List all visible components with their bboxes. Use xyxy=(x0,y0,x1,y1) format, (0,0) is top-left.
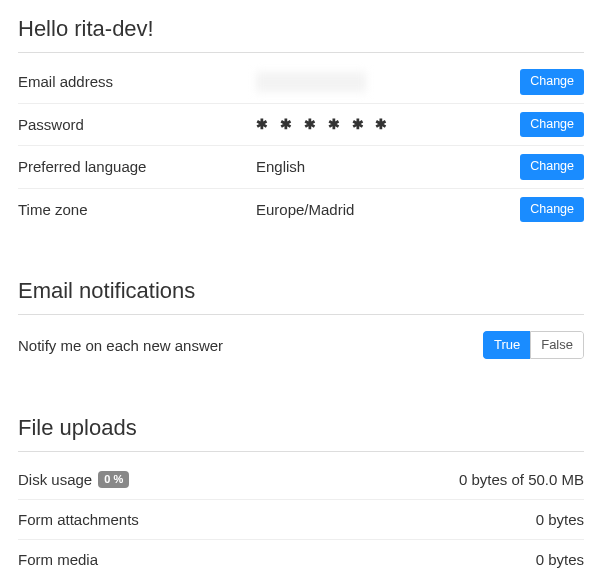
change-email-button[interactable]: Change xyxy=(520,69,584,95)
notify-new-answer-toggle: True False xyxy=(483,331,584,359)
row-notify-new-answer: Notify me on each new answer True False xyxy=(18,323,584,367)
language-label: Preferred language xyxy=(18,158,248,175)
email-label: Email address xyxy=(18,73,248,90)
row-password: Password ✱ ✱ ✱ ✱ ✱ ✱ Change xyxy=(18,104,584,147)
row-email: Email address Change xyxy=(18,61,584,104)
uploads-heading: File uploads xyxy=(18,415,584,452)
row-disk-usage: Disk usage 0 % 0 bytes of 50.0 MB xyxy=(18,460,584,500)
password-label: Password xyxy=(18,116,248,133)
account-section: Hello rita-dev! Email address Change Pas… xyxy=(18,16,584,230)
change-language-button[interactable]: Change xyxy=(520,154,584,180)
row-timezone: Time zone Europe/Madrid Change xyxy=(18,189,584,231)
disk-usage-label: Disk usage 0 % xyxy=(18,471,248,488)
disk-usage-badge: 0 % xyxy=(98,471,129,488)
row-media: Form media 0 bytes xyxy=(18,540,584,570)
email-value xyxy=(256,72,366,92)
attachments-label: Form attachments xyxy=(18,511,248,528)
page-greeting: Hello rita-dev! xyxy=(18,16,584,53)
language-value: English xyxy=(256,158,512,175)
timezone-label: Time zone xyxy=(18,201,248,218)
timezone-value: Europe/Madrid xyxy=(256,201,512,218)
password-value: ✱ ✱ ✱ ✱ ✱ ✱ xyxy=(256,116,512,132)
uploads-section: File uploads Disk usage 0 % 0 bytes of 5… xyxy=(18,415,584,570)
media-value: 0 bytes xyxy=(256,551,584,568)
change-password-button[interactable]: Change xyxy=(520,112,584,138)
notify-new-answer-label: Notify me on each new answer xyxy=(18,337,475,354)
notifications-section: Email notifications Notify me on each ne… xyxy=(18,278,584,367)
toggle-true-button[interactable]: True xyxy=(483,331,530,359)
media-label: Form media xyxy=(18,551,248,568)
attachments-value: 0 bytes xyxy=(256,511,584,528)
change-timezone-button[interactable]: Change xyxy=(520,197,584,223)
toggle-false-button[interactable]: False xyxy=(530,331,584,359)
notifications-heading: Email notifications xyxy=(18,278,584,315)
row-language: Preferred language English Change xyxy=(18,146,584,189)
disk-usage-value: 0 bytes of 50.0 MB xyxy=(256,471,584,488)
row-attachments: Form attachments 0 bytes xyxy=(18,500,584,540)
